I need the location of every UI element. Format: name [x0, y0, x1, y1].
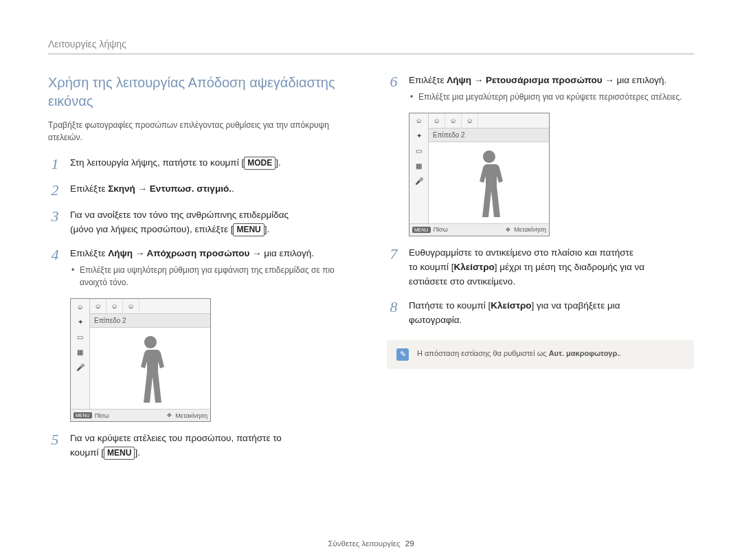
exposure-icon: ✦ — [409, 128, 428, 144]
step-number: 3 — [48, 208, 62, 237]
page-number: 29 — [405, 539, 414, 548]
face-icon: ☺ — [429, 113, 445, 128]
quality-icon: ▦ — [71, 344, 89, 359]
step-text: Στη λειτουργία λήψης, πατήστε το κουμπί … — [70, 157, 244, 168]
preview-level-label: Επίπεδο 2 — [429, 128, 549, 142]
step-3: 3 Για να ανοίξετε τον τόνο της ανθρώπινη… — [48, 208, 355, 237]
exposure-icon: ✦ — [71, 314, 89, 329]
footer-label: Σύνθετες λειτουργίες — [328, 539, 400, 548]
step-bold: Λήψη → Απόχρωση προσώπου → — [108, 248, 261, 258]
step-text: (μόνο για λήψεις προσώπου), επιλέξτε [ — [70, 224, 233, 234]
preview-left-icons: ☺ ✦ ▭ ▦ 🎤 — [71, 299, 90, 409]
step-text: ]. — [265, 224, 270, 234]
menu-badge-icon: MENU — [412, 227, 431, 233]
face-icon: ☺ — [71, 299, 89, 314]
face-icon: ☺ — [462, 113, 478, 128]
step-1: 1 Στη λειτουργία λήψης, πατήστε το κουμπ… — [48, 156, 355, 172]
camera-preview-1: ☺ ✦ ▭ ▦ 🎤 ☺ ☺ ☺ Επίπεδο 2 — [70, 298, 211, 422]
step-text: Ευθυγραμμίστε το αντικείμενο στο πλαίσιο… — [409, 246, 694, 260]
step-number: 8 — [387, 299, 401, 328]
note-bold: Αυτ. μακροφωτογρ. — [549, 349, 620, 357]
preview-back-label: Πίσω — [95, 412, 109, 419]
preview-top-icons: ☺ ☺ ☺ — [429, 113, 549, 128]
step-text: εστιάσετε στο αντικείμενο. — [409, 275, 694, 289]
nav-icon: ✥ — [504, 226, 511, 233]
size-icon: ▭ — [409, 144, 428, 159]
left-column: Χρήση της λειτουργίας Απόδοση αψεγάδιαστ… — [48, 74, 355, 470]
step-bullet: Επιλέξτε μια μεγαλύτερη ρύθμιση για να κ… — [409, 91, 694, 103]
step-number: 5 — [48, 432, 62, 460]
step-2: 2 Επιλέξτε Σκηνή → Εντυπωσ. στιγμιό.. — [48, 182, 355, 199]
step-text: ] μέχρι τη μέση της διαδρομής για να — [495, 262, 644, 272]
face-icon: ☺ — [123, 299, 139, 313]
step-text: μια επιλογή. — [614, 75, 666, 85]
mic-off-icon: 🎤 — [71, 359, 89, 374]
step-bold: Σκηνή → Εντυπωσ. στιγμιό. — [108, 183, 232, 194]
step-text: ]. — [135, 447, 140, 458]
step-text: Πατήστε το κουμπί [ — [409, 300, 491, 311]
step-8: 8 Πατήστε το κουμπί [Κλείστρο] για να τρ… — [387, 299, 694, 328]
face-icon: ☺ — [90, 299, 106, 313]
breadcrumb: Λειτουργίες λήψης — [48, 38, 694, 54]
step-text: μια επιλογή. — [262, 248, 314, 258]
menu-badge-icon: MENU — [74, 412, 92, 418]
step-text: Για να κρύψετε ατέλειες του προσώπου, πα… — [70, 432, 355, 446]
size-icon: ▭ — [71, 329, 89, 344]
preview-left-icons: ☺ ✦ ▭ ▦ 🎤 — [409, 113, 429, 223]
step-text: Επιλέξτε — [70, 248, 108, 258]
face-icon: ☺ — [409, 113, 428, 128]
intro-text: Τραβήξτε φωτογραφίες προσώπων επιλέγοντα… — [48, 119, 355, 144]
person-silhouette — [130, 332, 171, 407]
step-text: φωτογραφία. — [409, 313, 694, 328]
preview-level-label: Επίπεδο 2 — [90, 314, 210, 328]
preview-footer: MENU Πίσω ✥ Μετακίνηση — [409, 223, 549, 236]
mode-key: MODE — [244, 157, 276, 170]
step-text: Για να ανοίξετε τον τόνο της ανθρώπινης … — [70, 208, 355, 223]
right-column: 6 Επιλέξτε Λήψη → Ρετουσάρισμα προσώπου … — [387, 74, 694, 470]
preview-move-label: Μετακίνηση — [175, 412, 207, 419]
step-text: το κουμπί [ — [409, 262, 453, 272]
preview-back-label: Πίσω — [434, 226, 448, 233]
section-title: Χρήση της λειτουργίας Απόδοση αψεγάδιαστ… — [48, 74, 355, 111]
person-silhouette — [469, 146, 510, 222]
step-text: κουμπί [ — [70, 447, 104, 458]
face-icon: ☺ — [106, 299, 123, 313]
face-icon: ☺ — [445, 113, 462, 128]
step-number: 4 — [48, 247, 62, 289]
note-icon: ✎ — [396, 348, 409, 361]
preview-top-icons: ☺ ☺ ☺ — [90, 299, 210, 314]
step-5: 5 Για να κρύψετε ατέλειες του προσώπου, … — [48, 432, 355, 460]
step-text: Επιλέξτε — [409, 75, 447, 85]
page-footer: Σύνθετες λειτουργίες 29 — [0, 539, 742, 548]
step-bold: Κλείστρο — [491, 300, 531, 311]
note-text: . — [619, 349, 621, 357]
menu-key: MENU — [233, 223, 264, 236]
note-text: Η απόσταση εστίασης θα ρυθμιστεί ως — [417, 349, 549, 357]
step-text: ] για να τραβήξετε μια — [532, 300, 620, 311]
step-number: 2 — [48, 182, 62, 199]
quality-icon: ▦ — [409, 159, 428, 174]
step-bold: Λήψη → Ρετουσάρισμα προσώπου → — [447, 75, 614, 85]
nav-icon: ✥ — [166, 412, 172, 419]
mic-off-icon: 🎤 — [409, 174, 428, 189]
step-4: 4 Επιλέξτε Λήψη → Απόχρωση προσώπου → μι… — [48, 247, 355, 289]
note-box: ✎ Η απόσταση εστίασης θα ρυθμιστεί ως Αυ… — [387, 340, 694, 369]
camera-preview-2: ☺ ✦ ▭ ▦ 🎤 ☺ ☺ ☺ Επίπεδο 2 — [409, 113, 550, 236]
step-text: Επιλέξτε — [70, 183, 108, 194]
preview-footer: MENU Πίσω ✥ Μετακίνηση — [71, 409, 210, 421]
step-number: 7 — [387, 246, 401, 289]
step-7: 7 Ευθυγραμμίστε το αντικείμενο στο πλαίσ… — [387, 246, 694, 289]
step-number: 6 — [387, 74, 401, 103]
step-number: 1 — [48, 156, 62, 172]
step-6: 6 Επιλέξτε Λήψη → Ρετουσάρισμα προσώπου … — [387, 74, 694, 103]
menu-key: MENU — [104, 447, 135, 460]
step-bullet: Επιλέξτε μια υψηλότερη ρύθμιση για εμφάν… — [70, 264, 355, 289]
step-bold: Κλείστρο — [453, 262, 494, 272]
preview-move-label: Μετακίνηση — [514, 226, 546, 233]
step-text: ]. — [276, 157, 281, 168]
step-text: . — [232, 183, 234, 194]
